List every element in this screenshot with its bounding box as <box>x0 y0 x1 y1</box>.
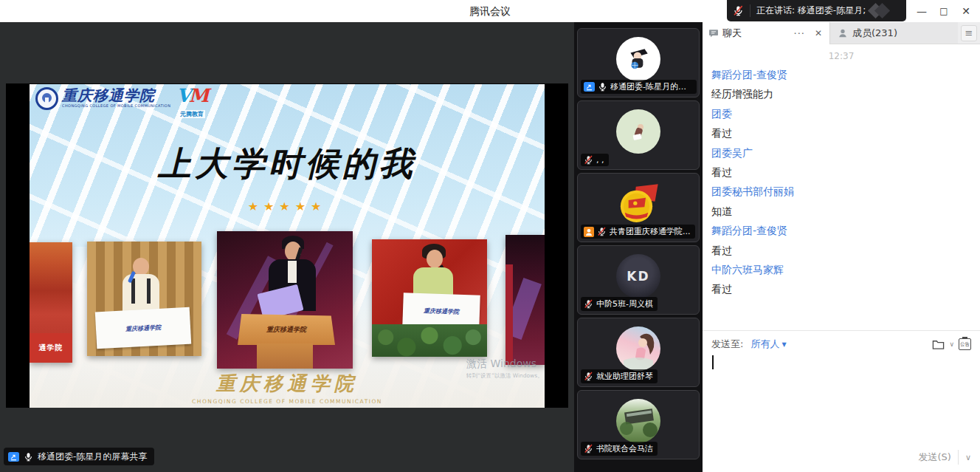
participant-label: 中阶5班-周义棋 <box>581 297 658 311</box>
mic-on-icon <box>598 82 607 92</box>
slide-photo-edge <box>505 235 545 365</box>
speaking-text: 正在讲话: 移通团委-陈星月; <box>750 4 866 17</box>
divider <box>958 450 959 465</box>
participant-name: 书院联合会马洁 <box>596 443 653 454</box>
vm-subtitle: 元腾教育 <box>179 110 205 118</box>
close-button[interactable]: ✕ <box>955 0 977 22</box>
blurred-names <box>870 5 888 16</box>
chat-message-sender: 舞蹈分团-查俊贤 <box>711 221 971 240</box>
speaking-indicator: 正在讲话: 移通团委-陈星月; <box>727 0 906 21</box>
mic-muted-icon <box>584 155 593 165</box>
footer-college-en: CHONGQING COLLEGE OF MOBILE COMMUNICATIO… <box>30 398 545 405</box>
participant-tile[interactable]: KD 中阶5班-周义棋 <box>577 245 700 315</box>
slide-photo-building: 通学院 <box>30 242 72 363</box>
chat-message-sender: 舞蹈分团-查俊贤 <box>711 65 971 84</box>
avatar <box>616 182 660 226</box>
slide-logo-row: 重庆移通学院 CHONGQING COLLEGE OF MOBILE COMMU… <box>35 87 207 119</box>
slide-photo-speaker-1: 重庆移通学院 <box>87 242 201 356</box>
star-rating: ★★★★★ <box>30 199 545 213</box>
mic-muted-icon <box>584 299 593 309</box>
participant-tile[interactable]: 书院联合会马洁 <box>577 390 700 459</box>
participant-tile[interactable]: 就业助理团舒琴 <box>577 318 700 387</box>
share-source-text: 移通团委-陈星月的屏幕共享 <box>38 451 147 463</box>
college-name-cn: 重庆移通学院 <box>62 87 170 103</box>
participant-label: , , <box>581 154 609 166</box>
participant-tile[interactable]: 共青团重庆移通学院... <box>577 173 700 242</box>
chat-timestamp: 12:37 <box>711 49 971 64</box>
podium-label: 重庆移通学院 <box>424 307 459 316</box>
main-area: 重庆移通学院 CHONGQING COLLEGE OF MOBILE COMMU… <box>0 22 980 472</box>
minimize-button[interactable]: — <box>911 0 933 22</box>
dropdown-arrow-icon: ▼ <box>781 341 786 348</box>
send-button[interactable]: 发送(S) <box>919 451 951 464</box>
participant-label: 共青团重庆移通学院... <box>581 225 695 239</box>
send-to-label: 发送至: <box>711 338 743 351</box>
podium-label: 重庆移通学院 <box>266 325 306 335</box>
vm-letter-m: M <box>189 85 207 106</box>
podium-label: 重庆移通学院 <box>125 323 162 332</box>
avatar: KD <box>616 254 660 298</box>
participant-label: 书院联合会马洁 <box>581 442 658 456</box>
slide-title: 上大学时候的我 <box>30 142 545 186</box>
chat-message-text: 经历增强能力 <box>711 84 971 103</box>
college-name-en: CHONGQING COLLEGE OF MOBILE COMMUNICATIO… <box>62 103 170 108</box>
shared-screen: 重庆移通学院 CHONGQING COLLEGE OF MOBILE COMMU… <box>6 83 568 408</box>
chat-composer: 发送至: 所有人 ▼ ∨ 公告 发送(S) ∨ <box>703 330 980 472</box>
chat-message-text: 看过 <box>711 279 971 298</box>
photo-sign-text: 通学院 <box>30 333 72 363</box>
participant-tile[interactable]: 移通团委-陈星月的屏... <box>577 28 700 98</box>
participant-label: 移通团委-陈星月的屏... <box>581 80 697 94</box>
windows-activation-watermark: 激活 Windows 转到“设置”以激活 Windows。 <box>466 358 543 380</box>
chat-panel: 聊天 ··· ✕ 成员(231) ≡ 12:37 舞蹈分团-查俊贤 经历增强能力… <box>703 22 980 472</box>
tab-members[interactable]: 成员(231) <box>829 22 958 44</box>
chat-message-text: 看过 <box>711 241 971 260</box>
send-options-chevron-icon[interactable]: ∨ <box>965 453 971 462</box>
chat-message-list[interactable]: 12:37 舞蹈分团-查俊贤 经历增强能力 团委 看过 团委吴广 看过 团委秘书… <box>703 44 980 330</box>
participant-tile[interactable]: , , <box>577 100 700 170</box>
avatar <box>616 399 660 443</box>
window-controls: — □ ✕ <box>911 0 977 22</box>
college-logo-icon <box>35 87 58 110</box>
folder-chevron-icon[interactable]: ∨ <box>949 341 954 348</box>
participant-name: 就业助理团舒琴 <box>596 371 653 382</box>
participant-name: 中阶5班-周义棋 <box>596 298 653 309</box>
panel-tab-bar: 聊天 ··· ✕ 成员(231) ≡ <box>703 22 980 44</box>
participant-name: 共青团重庆移通学院... <box>610 226 691 237</box>
maximize-button[interactable]: □ <box>933 0 955 22</box>
folder-icon[interactable] <box>932 339 945 350</box>
chat-more-button[interactable]: ··· <box>791 28 808 39</box>
announcement-icon[interactable]: 公告 <box>959 338 971 350</box>
vm-letter-v: V <box>176 85 188 106</box>
vm-logo: VM 元腾教育 <box>176 87 207 119</box>
avatar <box>616 326 660 371</box>
screen-share-icon <box>8 452 19 462</box>
mic-muted-icon <box>727 4 750 17</box>
title-bar: 腾讯会议 正在讲话: 移通团委-陈星月; — □ ✕ <box>0 0 980 22</box>
chat-message-sender: 团委秘书部付丽娟 <box>711 182 971 201</box>
chat-input[interactable] <box>703 352 980 442</box>
person-icon <box>838 28 848 38</box>
participant-label: 就业助理团舒琴 <box>581 369 658 383</box>
hamburger-icon[interactable]: ≡ <box>961 25 977 41</box>
host-badge-icon <box>584 227 594 237</box>
chat-message-text: 知道 <box>711 202 971 221</box>
tab-members-label: 成员(231) <box>852 27 897 40</box>
avatar-initials: KD <box>627 269 649 284</box>
mic-on-icon <box>24 452 33 462</box>
send-to-dropdown[interactable]: 所有人 ▼ <box>750 338 786 351</box>
participant-strip: 移通团委-陈星月的屏... , , 共青团重庆移通学院... <box>574 22 703 472</box>
screen-share-icon <box>584 82 595 92</box>
chat-close-button[interactable]: ✕ <box>812 28 824 38</box>
share-source-pill: 移通团委-陈星月的屏幕共享 <box>4 448 154 465</box>
chat-message-text: 看过 <box>711 123 971 143</box>
presentation-slide: 重庆移通学院 CHONGQING COLLEGE OF MOBILE COMMU… <box>30 84 545 408</box>
participant-name: , , <box>596 155 604 165</box>
panel-menu: ≡ <box>958 22 980 44</box>
mic-muted-icon <box>584 372 593 381</box>
chat-bubble-icon <box>708 28 719 38</box>
chat-message-sender: 中阶六班马家辉 <box>711 260 971 279</box>
screen-share-area: 重庆移通学院 CHONGQING COLLEGE OF MOBILE COMMU… <box>0 22 574 472</box>
chat-message-sender: 团委吴广 <box>711 143 971 163</box>
tab-chat[interactable]: 聊天 ··· ✕ <box>703 22 829 44</box>
chat-message-text: 看过 <box>711 163 971 182</box>
